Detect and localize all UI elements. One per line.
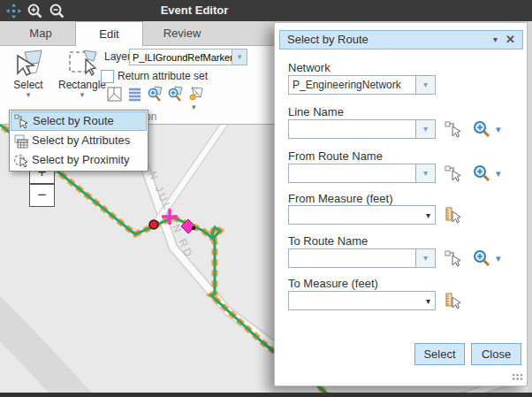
return-attribute-checkbox[interactable] bbox=[101, 70, 114, 83]
map-zoom-out-button[interactable]: − bbox=[29, 184, 55, 207]
panel-title: Select by Route bbox=[287, 31, 369, 49]
to-route-zoom-caret-icon[interactable]: ▾ bbox=[496, 253, 501, 264]
to-route-label: To Route Name bbox=[288, 234, 368, 248]
menu-item-label: Select by Attributes bbox=[32, 134, 130, 147]
select-by-proximity-icon bbox=[13, 153, 28, 168]
point-marker-red[interactable] bbox=[149, 220, 158, 229]
line-name-label: Line Name bbox=[288, 105, 344, 118]
window-bottom-edge bbox=[0, 393, 532, 397]
panel-close-icon[interactable]: ✕ bbox=[505, 31, 515, 49]
window-right-edge bbox=[528, 21, 532, 393]
layer-dropdown-value: P_ILIGroundRefMarkers bbox=[133, 50, 238, 66]
from-route-zoom-caret-icon[interactable]: ▾ bbox=[496, 168, 501, 179]
menu-item-select-by-proximity[interactable]: Select by Proximity bbox=[11, 150, 147, 170]
from-measure-caret-icon[interactable]: ▾ bbox=[426, 210, 430, 220]
select-dropdown-caret[interactable]: ▾ bbox=[5, 91, 51, 98]
tab-review[interactable]: Review bbox=[144, 21, 220, 45]
zoom-to-selection-icon[interactable] bbox=[147, 86, 163, 103]
select-by-attributes-icon bbox=[13, 134, 28, 149]
panel-header[interactable]: Select by Route ▾ ✕ bbox=[279, 30, 523, 50]
select-tool-button[interactable]: Select ▾ bbox=[5, 49, 51, 98]
network-dropdown-caret-icon[interactable]: ▾ bbox=[415, 76, 435, 94]
line-zoom-caret-icon[interactable]: ▾ bbox=[496, 124, 501, 135]
panel-collapse-icon[interactable]: ▾ bbox=[493, 31, 498, 49]
to-measure-caret-icon[interactable]: ▾ bbox=[426, 296, 430, 306]
zoom-to-selected-icon[interactable] bbox=[167, 86, 184, 103]
from-measure-label: From Measure (feet) bbox=[288, 192, 392, 205]
selection-options-icon[interactable] bbox=[187, 86, 204, 103]
line-name-dropdown[interactable]: ▾ bbox=[288, 119, 436, 139]
line-route-picker-icon[interactable] bbox=[445, 120, 462, 138]
from-measure-picker-icon[interactable] bbox=[445, 206, 462, 224]
from-route-dropdown-caret-icon[interactable]: ▾ bbox=[415, 164, 435, 182]
from-route-zoom-icon[interactable] bbox=[473, 164, 490, 182]
menu-item-label: Select by Proximity bbox=[32, 153, 130, 166]
line-name-dropdown-caret-icon[interactable]: ▾ bbox=[415, 120, 435, 138]
title-bar: Event Editor bbox=[0, 0, 532, 21]
layer-dropdown-caret-icon[interactable]: ▾ bbox=[232, 50, 247, 65]
menu-item-select-by-route[interactable]: Select by Route bbox=[11, 111, 147, 131]
network-dropdown[interactable]: P_EngineeringNetwork ▾ bbox=[288, 75, 436, 95]
select-button[interactable]: Select bbox=[414, 343, 465, 365]
select-by-route-panel: Select by Route ▾ ✕ Network P_Engineerin… bbox=[274, 22, 528, 386]
to-measure-picker-icon[interactable] bbox=[445, 292, 462, 309]
to-measure-combo[interactable]: ▾ bbox=[288, 291, 436, 310]
to-route-zoom-icon[interactable] bbox=[473, 249, 490, 267]
to-route-picker-icon[interactable] bbox=[445, 249, 462, 267]
polygon-select-icon[interactable] bbox=[106, 86, 123, 103]
app-title: Event Editor bbox=[0, 0, 389, 21]
from-route-picker-icon[interactable] bbox=[445, 164, 462, 182]
selection-options-caret[interactable]: ▾ bbox=[192, 103, 196, 111]
to-route-dropdown-caret-icon[interactable]: ▾ bbox=[415, 249, 435, 267]
network-label: Network bbox=[288, 61, 331, 74]
select-by-route-icon bbox=[14, 114, 29, 129]
rectangle-tool-label: Rectangle bbox=[58, 79, 106, 91]
return-attribute-label: Return attribute set bbox=[118, 70, 208, 82]
tab-map[interactable]: Map bbox=[7, 21, 74, 45]
line-zoom-icon[interactable] bbox=[473, 120, 490, 138]
from-route-label: From Route Name bbox=[288, 149, 383, 163]
from-measure-combo[interactable]: ▾ bbox=[288, 205, 436, 225]
select-tool-label: Select bbox=[13, 79, 42, 91]
select-dropdown-menu: Select by Route Select by Attributes Sel… bbox=[9, 110, 148, 172]
menu-item-select-by-attributes[interactable]: Select by Attributes bbox=[11, 131, 147, 150]
tab-edit[interactable]: Edit bbox=[75, 21, 143, 46]
from-route-dropdown[interactable]: ▾ bbox=[288, 164, 436, 183]
to-route-dropdown[interactable]: ▾ bbox=[288, 248, 436, 268]
layer-dropdown[interactable]: P_ILIGroundRefMarkers ▾ bbox=[129, 49, 247, 65]
to-measure-label: To Measure (feet) bbox=[288, 277, 378, 290]
diamond-vertex-dot bbox=[192, 226, 195, 230]
network-value: P_EngineeringNetwork bbox=[293, 79, 401, 91]
menu-item-label: Select by Route bbox=[33, 114, 114, 127]
close-button[interactable]: Close bbox=[471, 343, 521, 365]
select-tool-icon bbox=[12, 49, 44, 79]
event-editor-window: N JULIAN RD + − bbox=[0, 0, 532, 397]
panel-resize-grip[interactable] bbox=[512, 373, 523, 381]
rectangle-dropdown-caret[interactable]: ▾ bbox=[55, 91, 110, 98]
attribute-list-icon[interactable] bbox=[126, 86, 143, 103]
rectangle-tool-icon bbox=[66, 49, 98, 79]
